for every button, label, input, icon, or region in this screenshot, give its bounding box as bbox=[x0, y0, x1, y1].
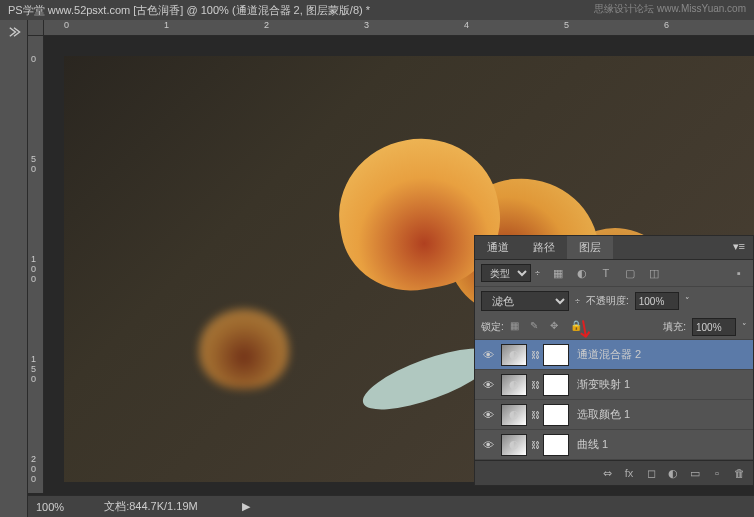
status-bar: 100% 文档:844.7K/1.19M ▶ bbox=[28, 495, 754, 517]
layers-panel: 通道 路径 图层 ▾≡ 类型 ÷ ▦ ◐ T ▢ ◫ ▪ 滤色 ÷ 不透明度: … bbox=[474, 235, 754, 486]
fill-scrub-icon[interactable]: ˅ bbox=[742, 322, 747, 332]
info-flyout-icon[interactable]: ▶ bbox=[242, 500, 250, 513]
ruler-tick: 0 bbox=[31, 264, 36, 274]
ruler-tick: 4 bbox=[464, 20, 469, 30]
tab-layers[interactable]: 图层 bbox=[567, 236, 613, 259]
ruler-tick: 1 bbox=[31, 254, 36, 264]
layer-item[interactable]: 👁 ◐ ⛓ 通道混合器 2 bbox=[475, 340, 753, 370]
ruler-tick: 0 bbox=[31, 464, 36, 474]
lock-all-icon[interactable]: 🔒 bbox=[570, 320, 584, 334]
ruler-tick: 0 bbox=[31, 54, 36, 64]
link-layers-icon[interactable]: ⇔ bbox=[599, 465, 615, 481]
vertical-ruler[interactable]: 0 5 0 1 0 0 1 5 0 2 0 0 bbox=[28, 36, 44, 493]
delete-layer-icon[interactable]: 🗑 bbox=[731, 465, 747, 481]
ruler-tick: 6 bbox=[664, 20, 669, 30]
horizontal-ruler[interactable]: 0 1 2 3 4 5 6 bbox=[44, 20, 754, 36]
layer-mask-thumbnail[interactable] bbox=[543, 404, 569, 426]
layer-mask-thumbnail[interactable] bbox=[543, 344, 569, 366]
fill-input[interactable] bbox=[692, 318, 736, 336]
ruler-tick: 3 bbox=[364, 20, 369, 30]
zoom-level[interactable]: 100% bbox=[36, 501, 64, 513]
mask-link-icon[interactable]: ⛓ bbox=[529, 380, 541, 390]
mask-link-icon[interactable]: ⛓ bbox=[529, 350, 541, 360]
fill-label: 填充: bbox=[663, 320, 686, 334]
visibility-eye-icon[interactable]: 👁 bbox=[479, 349, 497, 361]
layers-panel-footer: ⇔ fx ◻ ◐ ▭ ▫ 🗑 bbox=[475, 460, 753, 485]
filter-shape-icon[interactable]: ▢ bbox=[622, 265, 638, 281]
ruler-tick: 0 bbox=[31, 164, 36, 174]
ruler-tick: 1 bbox=[31, 354, 36, 364]
new-layer-icon[interactable]: ▫ bbox=[709, 465, 725, 481]
ruler-tick: 2 bbox=[31, 454, 36, 464]
adjustment-thumbnail[interactable]: ◐ bbox=[501, 374, 527, 396]
document-size-info[interactable]: 文档:844.7K/1.19M bbox=[104, 499, 198, 514]
mask-link-icon[interactable]: ⛓ bbox=[529, 440, 541, 450]
layer-name[interactable]: 曲线 1 bbox=[573, 437, 749, 452]
left-edge-toolbar bbox=[0, 20, 28, 517]
opacity-scrub-icon[interactable]: ˅ bbox=[685, 296, 690, 306]
ruler-tick: 1 bbox=[164, 20, 169, 30]
ruler-tick: 5 bbox=[31, 364, 36, 374]
document-title-bar: PS学堂 www.52psxt.com [古色润香] @ 100% (通道混合器… bbox=[0, 0, 754, 20]
ruler-tick: 0 bbox=[31, 274, 36, 284]
layer-filter-row: 类型 ÷ ▦ ◐ T ▢ ◫ ▪ bbox=[475, 260, 753, 287]
tab-paths[interactable]: 路径 bbox=[521, 236, 567, 259]
layer-item[interactable]: 👁 ◐ ⛓ 曲线 1 bbox=[475, 430, 753, 460]
filter-adjustment-icon[interactable]: ◐ bbox=[574, 265, 590, 281]
filter-smartobject-icon[interactable]: ◫ bbox=[646, 265, 662, 281]
ruler-tick: 0 bbox=[64, 20, 69, 30]
layer-style-icon[interactable]: fx bbox=[621, 465, 637, 481]
layer-mask-thumbnail[interactable] bbox=[543, 374, 569, 396]
new-group-icon[interactable]: ▭ bbox=[687, 465, 703, 481]
filter-pixel-icon[interactable]: ▦ bbox=[550, 265, 566, 281]
adjustment-thumbnail[interactable]: ◐ bbox=[501, 404, 527, 426]
lock-pixels-icon[interactable]: ✎ bbox=[530, 320, 544, 334]
visibility-eye-icon[interactable]: 👁 bbox=[479, 439, 497, 451]
lock-position-icon[interactable]: ✥ bbox=[550, 320, 564, 334]
layer-name[interactable]: 选取颜色 1 bbox=[573, 407, 749, 422]
filter-toggle-switch[interactable]: ▪ bbox=[731, 265, 747, 281]
blend-mode-select[interactable]: 滤色 bbox=[481, 291, 569, 311]
filter-type-icon[interactable]: T bbox=[598, 265, 614, 281]
filter-dropdown-icon: ÷ bbox=[535, 268, 540, 278]
mask-link-icon[interactable]: ⛓ bbox=[529, 410, 541, 420]
layer-name[interactable]: 通道混合器 2 bbox=[573, 347, 749, 362]
new-adjustment-icon[interactable]: ◐ bbox=[665, 465, 681, 481]
opacity-input[interactable] bbox=[635, 292, 679, 310]
layer-filter-kind-select[interactable]: 类型 bbox=[481, 264, 531, 282]
panel-menu-icon[interactable]: ▾≡ bbox=[725, 236, 753, 259]
ruler-tick: 0 bbox=[31, 474, 36, 484]
blend-mode-row: 滤色 ÷ 不透明度: ˅ ↘ bbox=[475, 287, 753, 315]
layer-mask-thumbnail[interactable] bbox=[543, 434, 569, 456]
tab-channels[interactable]: 通道 bbox=[475, 236, 521, 259]
lock-transparency-icon[interactable]: ▦ bbox=[510, 320, 524, 334]
ruler-tick: 0 bbox=[31, 374, 36, 384]
ruler-tick: 2 bbox=[264, 20, 269, 30]
document-title: PS学堂 www.52psxt.com [古色润香] @ 100% (通道混合器… bbox=[8, 3, 370, 18]
layer-item[interactable]: 👁 ◐ ⛓ 渐变映射 1 bbox=[475, 370, 753, 400]
ruler-origin[interactable] bbox=[28, 20, 44, 36]
lock-row: 锁定: ▦ ✎ ✥ 🔒 填充: ˅ bbox=[475, 315, 753, 340]
panel-tabs: 通道 路径 图层 ▾≡ bbox=[475, 236, 753, 260]
visibility-eye-icon[interactable]: 👁 bbox=[479, 409, 497, 421]
layer-item[interactable]: 👁 ◐ ⛓ 选取颜色 1 bbox=[475, 400, 753, 430]
visibility-eye-icon[interactable]: 👁 bbox=[479, 379, 497, 391]
add-mask-icon[interactable]: ◻ bbox=[643, 465, 659, 481]
layer-name[interactable]: 渐变映射 1 bbox=[573, 377, 749, 392]
adjustment-thumbnail[interactable]: ◐ bbox=[501, 344, 527, 366]
adjustment-thumbnail[interactable]: ◐ bbox=[501, 434, 527, 456]
ruler-tick: 5 bbox=[31, 154, 36, 164]
ruler-tick: 5 bbox=[564, 20, 569, 30]
expand-toolbar-button[interactable] bbox=[0, 20, 28, 44]
opacity-label: 不透明度: bbox=[586, 294, 629, 308]
layer-list: 👁 ◐ ⛓ 通道混合器 2 👁 ◐ ⛓ 渐变映射 1 👁 ◐ ⛓ bbox=[475, 340, 753, 460]
watermark-text: 思缘设计论坛 www.MissYuan.com bbox=[594, 2, 746, 16]
lock-label: 锁定: bbox=[481, 320, 504, 334]
blend-dropdown-icon: ÷ bbox=[575, 296, 580, 306]
